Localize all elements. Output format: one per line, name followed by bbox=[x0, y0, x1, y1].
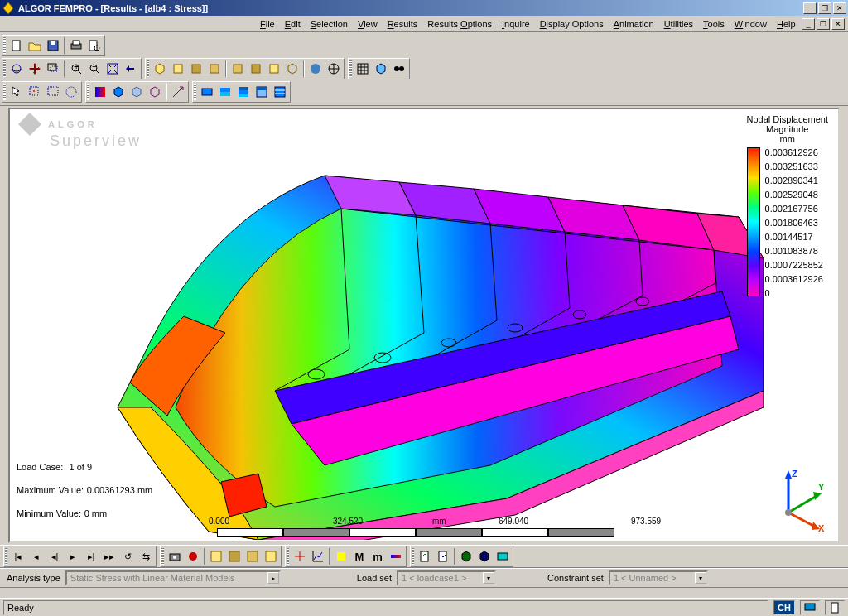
folder-open-icon bbox=[28, 39, 41, 52]
mdi-close-button[interactable]: ✕ bbox=[831, 18, 845, 30]
menu-utilities[interactable]: Utilities bbox=[659, 17, 698, 31]
select-circle-button[interactable] bbox=[62, 83, 80, 101]
anim-next-button[interactable]: ▸| bbox=[82, 547, 100, 565]
anim-last-button[interactable]: ▸▸ bbox=[100, 547, 118, 565]
zoom-prev-button[interactable] bbox=[122, 60, 140, 78]
menu-display-options[interactable]: Display Options bbox=[535, 17, 609, 31]
svg-rect-23 bbox=[252, 65, 260, 73]
restore-button[interactable]: ❐ bbox=[818, 2, 831, 14]
save-button[interactable] bbox=[44, 36, 62, 55]
zoom-out-button[interactable]: − bbox=[85, 60, 104, 78]
status-bar: Ready CH bbox=[0, 598, 848, 616]
svg-point-28 bbox=[394, 66, 399, 71]
disp-contour-button[interactable] bbox=[91, 83, 109, 101]
min-value-label: Minimum Value: 0 mm bbox=[17, 507, 107, 519]
view-bottom-button[interactable] bbox=[265, 60, 283, 78]
status-icon2[interactable] bbox=[825, 600, 845, 615]
export1-button[interactable] bbox=[416, 547, 434, 565]
anim-play-button[interactable]: ▸ bbox=[64, 547, 82, 565]
shade-button[interactable] bbox=[306, 60, 325, 78]
status-icon1[interactable] bbox=[800, 600, 820, 615]
anim-rev-button[interactable]: ◂| bbox=[46, 547, 64, 565]
export2-button[interactable] bbox=[434, 547, 452, 565]
anim-bounce-button[interactable]: ⇆ bbox=[137, 547, 155, 565]
mdi-minimize-button[interactable]: _ bbox=[802, 18, 815, 30]
layer2-button[interactable] bbox=[216, 83, 234, 101]
record-icon bbox=[186, 550, 200, 563]
export3-button[interactable] bbox=[457, 547, 475, 565]
probe-button[interactable] bbox=[291, 547, 309, 565]
view-front-button[interactable] bbox=[187, 60, 205, 78]
constraint-combo[interactable]: 1 < Unnamed >▾ bbox=[609, 570, 708, 585]
menu-inquire[interactable]: Inquire bbox=[497, 17, 535, 31]
export5-button[interactable] bbox=[494, 547, 512, 565]
menu-results-options[interactable]: Results Options bbox=[422, 17, 497, 31]
svg-rect-20 bbox=[192, 65, 200, 73]
anim-first-button[interactable]: |◂ bbox=[9, 547, 27, 565]
zoom-in-button[interactable]: + bbox=[67, 60, 85, 78]
menu-file[interactable]: File bbox=[255, 17, 280, 31]
close-button[interactable]: ✕ bbox=[833, 2, 846, 14]
opt3-button[interactable] bbox=[243, 547, 262, 565]
zoom-window-button[interactable] bbox=[44, 60, 62, 78]
svg-rect-36 bbox=[220, 88, 230, 92]
open-button[interactable] bbox=[26, 36, 44, 55]
menu-results[interactable]: Results bbox=[383, 17, 423, 31]
menu-edit[interactable]: Edit bbox=[280, 17, 306, 31]
menu-view[interactable]: View bbox=[353, 17, 383, 31]
opt2-button[interactable] bbox=[225, 547, 243, 565]
new-button[interactable] bbox=[7, 36, 26, 55]
print-button[interactable] bbox=[67, 36, 85, 55]
print-preview-button[interactable] bbox=[85, 36, 104, 55]
opt1-button[interactable] bbox=[207, 547, 225, 565]
select-node-button[interactable] bbox=[26, 83, 44, 101]
toggle-grid-button[interactable] bbox=[354, 60, 372, 78]
label-min-button[interactable]: m bbox=[369, 547, 387, 565]
view-iso2-button[interactable] bbox=[283, 60, 301, 78]
view-right-button[interactable] bbox=[205, 60, 224, 78]
record-button[interactable] bbox=[184, 547, 202, 565]
chart-button[interactable] bbox=[309, 547, 327, 565]
layer4-button[interactable] bbox=[253, 83, 271, 101]
menu-help[interactable]: Help bbox=[772, 17, 801, 31]
minimize-button[interactable]: _ bbox=[803, 2, 817, 14]
disp-solid-button[interactable] bbox=[109, 83, 128, 101]
pan-button[interactable] bbox=[26, 60, 44, 78]
highlight-button[interactable] bbox=[332, 547, 350, 565]
view-left-button[interactable] bbox=[229, 60, 247, 78]
anim-loop-button[interactable]: ↺ bbox=[118, 547, 137, 565]
analysis-type-combo[interactable]: Static Stress with Linear Material Model… bbox=[65, 570, 281, 585]
loadset-combo[interactable]: 1 < loadcase1 >▾ bbox=[397, 570, 496, 585]
layer5-button[interactable] bbox=[271, 83, 289, 101]
view-back-button[interactable] bbox=[247, 60, 265, 78]
export4-button[interactable] bbox=[475, 547, 494, 565]
loadset-label: Load set bbox=[357, 573, 392, 583]
mdi-restore-button[interactable]: ❐ bbox=[817, 18, 830, 30]
label-max-button[interactable]: M bbox=[350, 547, 369, 565]
results-viewport[interactable]: ALGOR Superview bbox=[8, 108, 840, 543]
orbit-button[interactable] bbox=[7, 60, 26, 78]
svg-rect-43 bbox=[275, 87, 285, 97]
find-button[interactable] bbox=[390, 60, 408, 78]
toggle-mesh-button[interactable] bbox=[372, 60, 390, 78]
capture-button[interactable] bbox=[166, 547, 184, 565]
menu-animation[interactable]: Animation bbox=[609, 17, 659, 31]
menu-tools[interactable]: Tools bbox=[698, 17, 730, 31]
wire-button[interactable] bbox=[325, 60, 343, 78]
view-iso-button[interactable] bbox=[151, 60, 169, 78]
opt4-button[interactable] bbox=[262, 547, 280, 565]
disp-vector-button[interactable] bbox=[169, 83, 187, 101]
layer1-button[interactable] bbox=[198, 83, 216, 101]
select-rect-button[interactable] bbox=[44, 83, 62, 101]
view-top-button[interactable] bbox=[169, 60, 187, 78]
disp-wire-button[interactable] bbox=[146, 83, 164, 101]
zoom-fit-button[interactable] bbox=[104, 60, 122, 78]
layer3-button[interactable] bbox=[234, 83, 253, 101]
disp-trans-button[interactable] bbox=[128, 83, 146, 101]
menu-window[interactable]: Window bbox=[730, 17, 772, 31]
anim-prev-button[interactable]: ◂ bbox=[27, 547, 46, 565]
select-node-icon bbox=[28, 85, 41, 99]
select-arrow-button[interactable] bbox=[7, 83, 26, 101]
menu-selection[interactable]: Selection bbox=[306, 17, 353, 31]
range-button[interactable] bbox=[387, 547, 405, 565]
